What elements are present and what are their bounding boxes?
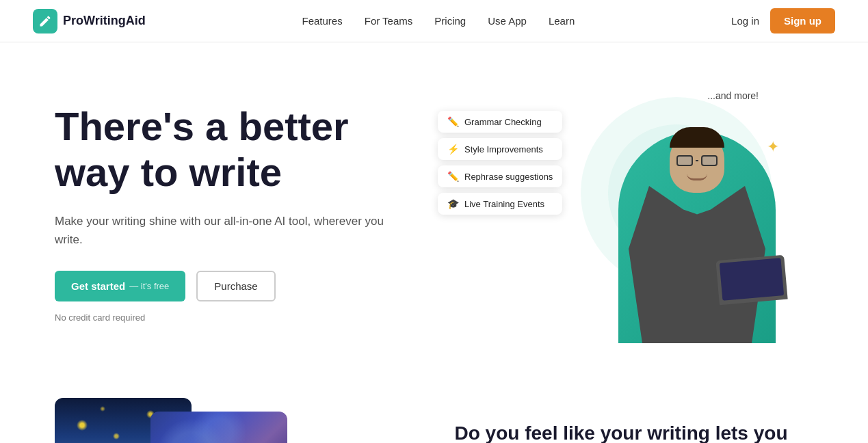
hero-illustration [601, 111, 793, 343]
training-icon: 🎓 [447, 198, 459, 209]
person-hair [670, 127, 724, 148]
badge-training: 🎓 Live Training Events [438, 193, 562, 215]
hero-image-area: ✏️ Grammar Checking ⚡ Style Improvements… [410, 83, 813, 343]
nav-for-teams[interactable]: For Teams [365, 15, 413, 27]
hero-title: There's a better way to write [55, 104, 410, 195]
rephrase-icon: ✏️ [447, 171, 459, 182]
logo-text: ProWritingAid [63, 14, 146, 28]
nav-actions: Log in Sign up [731, 8, 835, 33]
nav-use-app[interactable]: Use App [488, 15, 527, 27]
get-started-button[interactable]: Get started — it's free [55, 271, 185, 301]
laptop-screen [715, 255, 787, 305]
section2: My idea in my head Do you feel like your… [0, 371, 868, 443]
section2-content: Do you feel like your writing lets you d… [455, 421, 814, 443]
person-glasses [676, 155, 718, 166]
person-head [670, 131, 724, 193]
badge-style: ⚡ Style Improvements [438, 138, 562, 160]
logo[interactable]: ProWritingAid [33, 9, 146, 33]
feature-badges: ✏️ Grammar Checking ⚡ Style Improvements… [438, 111, 562, 215]
section2-images: My idea in my head [55, 398, 414, 443]
purchase-button[interactable]: Purchase [196, 271, 275, 301]
hero-content: There's a better way to write Make your … [55, 104, 410, 323]
hero-section: There's a better way to write Make your … [0, 42, 868, 371]
nav-learn[interactable]: Learn [549, 15, 575, 27]
grammar-icon: ✏️ [447, 116, 459, 127]
logo-icon [33, 9, 57, 33]
hero-buttons: Get started — it's free Purchase [55, 271, 410, 301]
nav-features[interactable]: Features [302, 15, 343, 27]
login-button[interactable]: Log in [731, 15, 759, 27]
swirl-image [150, 412, 287, 443]
more-label: ...and more! [707, 90, 759, 101]
nav-links: Features For Teams Pricing Use App Learn [302, 15, 575, 27]
badge-rephrase: ✏️ Rephrase suggestions [438, 165, 562, 187]
nav-pricing[interactable]: Pricing [434, 15, 466, 27]
person-smile [687, 174, 707, 180]
badge-grammar: ✏️ Grammar Checking [438, 111, 562, 133]
hero-subtitle: Make your writing shine with our all-in-… [55, 212, 410, 249]
section2-title: Do you feel like your writing lets you d… [455, 421, 814, 443]
signup-button[interactable]: Sign up [770, 8, 835, 33]
image-card-2 [150, 412, 287, 443]
navbar: ProWritingAid Features For Teams Pricing… [0, 0, 868, 42]
no-credit-card-label: No credit card required [55, 312, 410, 323]
style-icon: ⚡ [447, 144, 459, 155]
